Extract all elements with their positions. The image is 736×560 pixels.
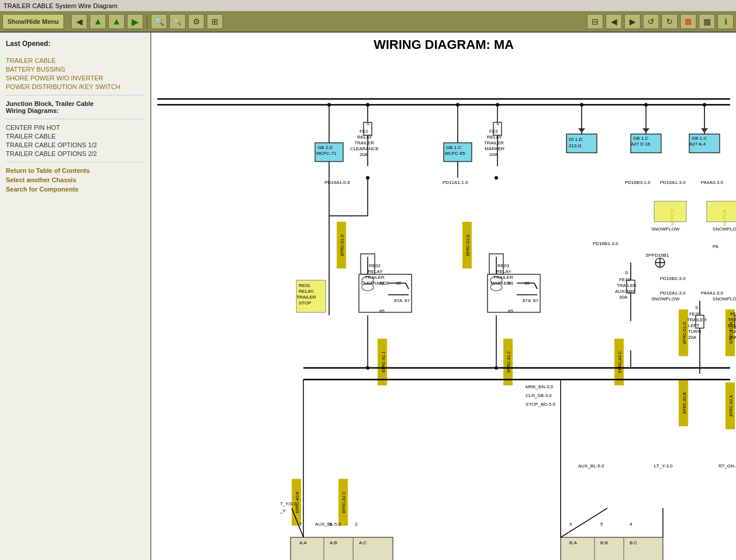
svg-text:RELAY: RELAY: [496, 269, 511, 274]
svg-text:PA: PA: [713, 244, 719, 249]
svg-text:GB 1.C: GB 1.C: [446, 145, 461, 150]
svg-text:RELAY,: RELAY,: [299, 289, 314, 294]
svg-point-31: [496, 103, 499, 107]
svg-text:S: S: [625, 270, 628, 275]
svg-text:TRAILER: TRAILER: [354, 140, 374, 146]
sidebar-select-chassis[interactable]: Select another Chassis: [6, 176, 144, 183]
svg-text:30: 30: [525, 281, 530, 286]
nav-up-green2-button[interactable]: ▲: [108, 14, 125, 29]
settings-button[interactable]: ⚙: [188, 14, 204, 29]
nav-right-green-button[interactable]: ▶: [127, 14, 143, 29]
right-btn-1[interactable]: ⊟: [587, 14, 603, 29]
right-btn-2[interactable]: ◀: [606, 14, 622, 29]
svg-text:SNOWPLOW: SNOWPLOW: [651, 296, 680, 302]
svg-text:CLEARANCE: CLEARANCE: [350, 146, 378, 151]
svg-text:EFRC-D1.G: EFRC-D1.G: [682, 322, 687, 344]
svg-point-207: [366, 366, 369, 370]
svg-text:30A: 30A: [619, 295, 628, 300]
svg-text:RE02: RE02: [369, 263, 381, 268]
title-bar: TRAILER CABLE System Wire Diagram: [0, 0, 736, 12]
sidebar-item-center-pin[interactable]: CENTER PIN HOT: [6, 124, 144, 131]
svg-point-22: [456, 103, 459, 107]
svg-text:SPPD16B1: SPPD16B1: [645, 253, 669, 258]
svg-text:GB 1.C: GB 1.C: [633, 136, 648, 141]
sidebar-link-shore[interactable]: SHORE POWER W/O INVERTER: [6, 75, 144, 81]
show-hide-button[interactable]: Show/Hide Menu: [2, 14, 64, 29]
svg-text:B:C: B:C: [629, 540, 638, 545]
junction-block-heading: Junction Block, Trailer CableWiring Diag…: [6, 100, 144, 114]
zoom-in-button[interactable]: 🔍: [151, 14, 167, 29]
svg-text:T_Y/3.0: T_Y/3.0: [280, 501, 297, 506]
svg-text:A27 A.4: A27 A.4: [689, 141, 706, 147]
right-btn-5[interactable]: ↻: [661, 14, 678, 29]
zoom-out-button[interactable]: 🔍: [169, 14, 186, 29]
sidebar-item-options-1[interactable]: TRAILER CABLE OPTIONS 1/2: [6, 141, 144, 148]
svg-text:S: S: [695, 306, 698, 311]
sidebar-link-power[interactable]: POWER DISTRIBUTION /KEY SWITCH: [6, 83, 144, 90]
svg-text:B:A: B:A: [569, 540, 578, 545]
svg-text:STOP: STOP: [299, 300, 312, 306]
sidebar-return-toc[interactable]: Return to Table of Contents: [6, 167, 144, 174]
svg-marker-39: [578, 128, 585, 133]
nav-back-button[interactable]: ◀: [71, 14, 87, 29]
sidebar-link-trailer-cable[interactable]: TRAILER CABLE: [6, 57, 144, 64]
svg-text:SNOWPLOW: SNOWPLOW: [651, 226, 680, 232]
wiring-diagram-svg: GB 2.D MCFC-71 S FE2 RELAY TRAILER CLEAR…: [151, 59, 736, 560]
right-btn-6[interactable]: ⊠: [680, 14, 696, 29]
svg-text:PD16A1-3.0: PD16A1-3.0: [660, 290, 685, 296]
svg-text:3: 3: [569, 522, 572, 527]
svg-text:20A: 20A: [688, 335, 697, 340]
right-btn-8[interactable]: ℹ: [717, 14, 734, 29]
svg-text:87A: 87A: [523, 298, 532, 303]
svg-text:B:B: B:B: [600, 540, 608, 545]
sep1: [147, 15, 147, 29]
svg-text:AUX_BL-5.0: AUX_BL-5.0: [578, 463, 604, 469]
svg-text:MCFC3: MCFC3: [670, 210, 675, 226]
right-btn-3[interactable]: ▶: [624, 14, 641, 29]
svg-rect-54: [707, 201, 736, 222]
svg-text:85: 85: [508, 309, 513, 314]
svg-text:4: 4: [629, 522, 632, 527]
svg-text:EFRC-A2.B: EFRC-A2.B: [682, 392, 687, 414]
sidebar-search[interactable]: Search for Components: [6, 186, 144, 193]
svg-marker-51: [701, 128, 708, 133]
main-layout: Last Opened: TRAILER CABLE BATTERY BUSSI…: [0, 33, 736, 560]
svg-text:PD16B2-3.0: PD16B2-3.0: [660, 276, 685, 281]
svg-text:GB 2.D: GB 2.D: [317, 145, 332, 150]
svg-text:EFRC-A2.C: EFRC-A2.C: [342, 491, 346, 513]
divider-1: [6, 95, 144, 95]
svg-text:20A: 20A: [359, 152, 368, 157]
last-opened-label: Last Opened:: [6, 40, 144, 48]
svg-text:EFRC-A2.A: EFRC-A2.A: [729, 395, 733, 417]
sidebar-link-battery[interactable]: BATTERY BUSSING: [6, 66, 144, 73]
svg-text:PD16A1-3.0: PD16A1-3.0: [660, 180, 685, 185]
svg-text:87: 87: [533, 298, 539, 303]
svg-text:87: 87: [405, 298, 410, 303]
nav-up-green-button[interactable]: ▲: [90, 14, 106, 29]
svg-text:TRAILER: TRAILER: [365, 275, 384, 280]
right-btn-7[interactable]: ▦: [699, 14, 715, 29]
svg-point-206: [494, 176, 498, 180]
diagram-title: WIRING DIAGRAM: MA: [151, 33, 736, 55]
svg-text:TRAILER: TRAILER: [493, 275, 513, 280]
svg-marker-45: [642, 128, 649, 133]
svg-text:20A: 20A: [489, 152, 498, 157]
svg-text:RE01: RE01: [299, 283, 311, 288]
right-btn-4[interactable]: ↺: [643, 14, 659, 29]
svg-text:30: 30: [396, 281, 401, 286]
svg-text:6: 6: [330, 522, 332, 527]
sidebar-item-trailer-cable[interactable]: TRAILER CABLE: [6, 133, 144, 140]
svg-text:RT_GN-3.0: RT_GN-3.0: [719, 463, 736, 469]
svg-text:EFRC-A1.2: EFRC-A1.2: [507, 352, 511, 373]
svg-text:MCFC-71: MCFC-71: [316, 151, 337, 156]
svg-text:A27 D 16: A27 D 16: [631, 141, 650, 147]
sidebar-item-options-2[interactable]: TRAILER CABLE OPTIONS 2/2: [6, 150, 144, 157]
svg-text:PD16B3-1.0: PD16B3-1.0: [625, 180, 650, 185]
svg-text:STOP_BD-5.0: STOP_BD-5.0: [526, 402, 556, 407]
svg-point-6: [327, 103, 331, 107]
svg-text:7: 7: [299, 522, 302, 527]
grid-button[interactable]: ⊞: [207, 14, 223, 29]
toolbar-right: ⊟ ◀ ▶ ↺ ↻ ⊠ ▦ ℹ: [587, 14, 734, 29]
svg-text:EFRC-D1.D: EFRC-D1.D: [340, 234, 344, 256]
svg-text:A:A: A:A: [299, 540, 307, 545]
